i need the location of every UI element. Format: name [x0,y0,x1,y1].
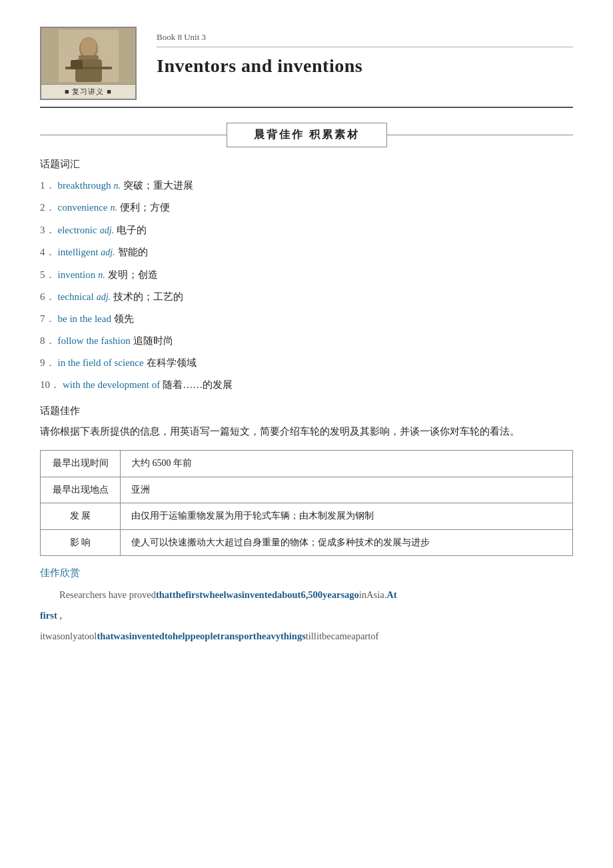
vocab-num-3: 3． [40,222,55,238]
vocab-word-6: technical [58,289,94,305]
vocab-meaning-4: 智能的 [118,244,148,260]
section-banner: 晨背佳作 积累素材 [40,123,573,147]
passage-normal-3a: itwasonlyatool [40,631,97,641]
table-cell-value-4: 使人可以快速搬动大大超过自身重量的物体；促成多种技术的发展与进步 [121,529,573,555]
vocab-label: 话题词汇 [40,158,573,171]
passage-block: Researchers have provedthatthefirstwheel… [40,586,573,645]
banner-right-line [387,135,574,135]
vocab-pos-2: n. [110,201,117,215]
passage-line-2: first , [40,607,573,625]
banner-left-line [40,135,227,135]
passage-bold-2a: first [40,610,57,621]
passage-normal-1a: Researchers have proved [59,589,156,600]
vocab-num-4: 4． [40,244,55,260]
passage-bold-1: thatthefirstwheelwasinventedabout6,500ye… [156,589,359,600]
vocab-num-5: 5． [40,267,55,283]
banner-text: 晨背佳作 积累素材 [227,123,387,147]
vocab-item-10: 10． with the development of 随着……的发展 [40,377,573,393]
vocab-num-6: 6． [40,289,55,305]
main-title: Inventors and inventions [157,55,573,77]
vocab-item-9: 9． in the field of science 在科学领域 [40,355,573,371]
vocab-pos-5: n. [98,268,105,283]
vocab-pos-3: adj. [100,223,114,238]
vocab-num-7: 7． [40,311,55,327]
vocab-meaning-8: 追随时尚 [133,333,173,349]
table-cell-label-1: 最早出现时间 [41,451,121,477]
passage-line-1: Researchers have provedthatthefirstwheel… [40,586,573,604]
table-cell-value-2: 亚洲 [121,477,573,503]
table-cell-label-4: 影 响 [41,529,121,555]
vocab-num-1: 1． [40,177,55,193]
vocab-pos-6: adj. [97,290,111,305]
svg-point-3 [81,38,97,57]
vocab-pos-4: adj. [101,245,115,260]
vocab-list: 1． breakthrough n. 突破；重大进展 2． convenienc… [40,177,573,393]
image-label: ■ 复习讲义 ■ [41,84,135,99]
table-cell-value-3: 由仅用于运输重物发展为用于轮式车辆；由木制发展为钢制 [121,503,573,529]
svg-rect-6 [71,60,83,69]
portrait-svg [59,30,119,82]
header-text-block: Book 8 Unit 3 Inventors and inventions [157,27,573,77]
vocab-item-3: 3． electronic adj. 电子的 [40,222,573,238]
table-cell-label-3: 发 展 [41,503,121,529]
reading-label: 佳作欣赏 [40,567,573,579]
vocab-item-2: 2． convenience n. 便利；方便 [40,199,573,215]
passage-bold-1c: At [386,589,396,600]
portrait-image [41,28,135,84]
passage-normal-1b: inAsia. [359,589,386,600]
header-section: ■ 复习讲义 ■ Book 8 Unit 3 Inventors and inv… [40,27,573,108]
topic-desc: 请你根据下表所提供的信息，用英语写一篇短文，简要介绍车轮的发明及其影响，并谈一谈… [40,423,573,441]
table-row-2: 最早出现地点 亚洲 [41,477,573,503]
header-image-box: ■ 复习讲义 ■ [40,27,137,100]
table-row-1: 最早出现时间 大约 6500 年前 [41,451,573,477]
vocab-meaning-10: 随着……的发展 [163,377,233,393]
vocab-item-6: 6． technical adj. 技术的；工艺的 [40,289,573,305]
passage-normal-3b: tillitbecameapartof [306,631,379,641]
vocab-word-9: in the field of science [58,355,144,371]
vocab-meaning-7: 领先 [114,311,134,327]
vocab-word-1: breakthrough [58,177,111,193]
vocab-meaning-1: 突破；重大进展 [123,177,193,193]
vocab-meaning-3: 电子的 [117,222,147,238]
vocab-num-8: 8． [40,333,55,349]
table-row-4: 影 响 使人可以快速搬动大大超过自身重量的物体；促成多种技术的发展与进步 [41,529,573,555]
vocab-word-3: electronic [58,222,97,238]
passage-comma: , [59,610,62,621]
vocab-word-4: intelligent [58,244,99,260]
vocab-num-2: 2． [40,199,55,215]
vocab-num-10: 10． [40,377,60,393]
vocab-word-5: invention [58,267,96,283]
table-cell-value-1: 大约 6500 年前 [121,451,573,477]
vocab-item-5: 5． invention n. 发明；创造 [40,267,573,283]
vocab-pos-1: n. [113,179,121,193]
vocab-item-1: 1． breakthrough n. 突破；重大进展 [40,177,573,193]
passage-line-3: itwasonlyatoolthatwasinventedtohelppeopl… [40,627,573,645]
vocab-meaning-9: 在科学领域 [147,355,197,371]
vocab-item-7: 7． be in the lead 领先 [40,311,573,327]
vocab-item-4: 4． intelligent adj. 智能的 [40,244,573,260]
vocab-word-2: convenience [58,199,108,215]
table-cell-label-2: 最早出现地点 [41,477,121,503]
passage-bold-3: thatwasinventedtohelppeopletransportheav… [97,631,305,641]
topic-label: 话题佳作 [40,405,573,417]
vocab-word-10: with the development of [63,377,160,393]
vocab-word-8: follow the fashion [58,333,131,349]
book-unit-line: Book 8 Unit 3 [157,32,573,47]
vocab-meaning-5: 发明；创造 [108,267,158,283]
info-table: 最早出现时间 大约 6500 年前 最早出现地点 亚洲 发 展 由仅用于运输重物… [40,450,573,556]
vocab-meaning-6: 技术的；工艺的 [113,289,183,305]
vocab-word-7: be in the lead [58,311,111,327]
vocab-item-8: 8． follow the fashion 追随时尚 [40,333,573,349]
vocab-num-9: 9． [40,355,55,371]
table-row-3: 发 展 由仅用于运输重物发展为用于轮式车辆；由木制发展为钢制 [41,503,573,529]
vocab-meaning-2: 便利；方便 [120,199,170,215]
